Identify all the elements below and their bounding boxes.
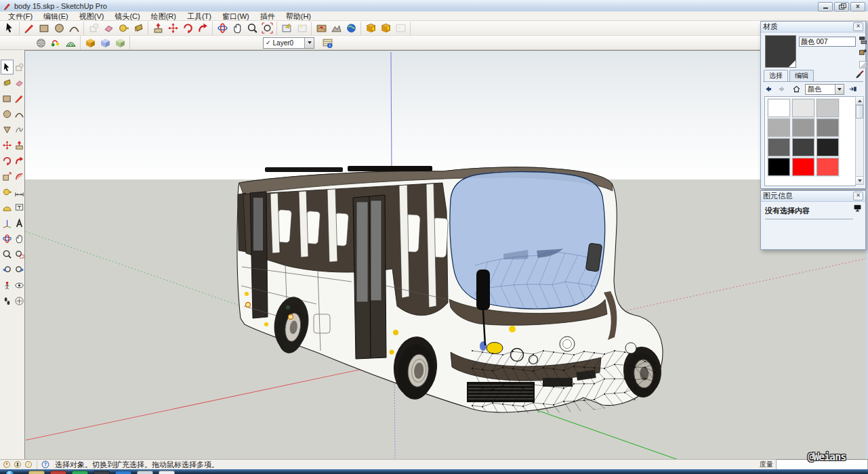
select-button[interactable] [2, 21, 17, 36]
axes-tool-button[interactable] [1, 215, 14, 230]
walk-tool-button[interactable] [1, 293, 14, 308]
previous-view-button[interactable] [279, 21, 294, 36]
scroll-up-button[interactable] [856, 97, 863, 105]
home-button[interactable] [792, 85, 801, 95]
follow-me-button[interactable] [195, 21, 210, 36]
zoom-tool-button[interactable] [1, 246, 14, 261]
eraser-button[interactable] [101, 21, 116, 36]
taskbar-app-1[interactable] [50, 471, 66, 474]
materials-panel-titlebar[interactable]: 材质 ✕ [761, 22, 865, 33]
start-button[interactable] [5, 470, 14, 474]
orbit-button[interactable] [215, 21, 230, 36]
add-location-button[interactable] [314, 21, 329, 36]
rotate-button[interactable] [180, 21, 195, 36]
restore-button[interactable] [834, 2, 849, 12]
material-name-input[interactable] [799, 37, 856, 47]
help-icon[interactable]: ? [37, 460, 49, 469]
color-swatch-3[interactable] [768, 118, 790, 137]
orbit-tool-button[interactable] [1, 231, 14, 246]
menu-item-edit[interactable]: 编辑(E) [38, 12, 74, 21]
titlebar[interactable]: body 15.skp - SketchUp Pro × [0, 0, 868, 12]
scroll-down-button[interactable] [856, 176, 863, 184]
move-tool-button[interactable] [1, 137, 14, 152]
taskbar-app-5[interactable] [137, 471, 153, 474]
taskbar-app-0[interactable] [28, 471, 45, 474]
taskbar-app-3[interactable] [94, 471, 110, 474]
color-swatch-1[interactable] [792, 99, 814, 117]
circle-tool-button[interactable] [1, 106, 14, 121]
rectangle-button[interactable] [37, 21, 51, 36]
scroll-thumb[interactable] [856, 105, 863, 118]
menu-item-view[interactable]: 视图(V) [74, 12, 110, 21]
windows-taskbar[interactable] [0, 469, 868, 474]
sandbox-smoove-button[interactable] [48, 35, 63, 50]
menu-item-tools[interactable]: 工具(T) [182, 12, 217, 21]
color-swatch-9[interactable] [768, 158, 790, 176]
color-swatch-5[interactable] [817, 118, 839, 137]
close-button[interactable]: × [850, 2, 865, 12]
back-button[interactable] [764, 85, 772, 95]
menu-item-camera[interactable]: 镜头(C) [109, 12, 145, 21]
tape-measure-button[interactable] [116, 21, 131, 36]
taskbar-app-6[interactable] [159, 471, 175, 474]
layer-dropdown[interactable]: ✓ Layer0 [263, 37, 314, 49]
layer-dropdown-arrow[interactable] [304, 38, 314, 48]
minimize-button[interactable] [818, 2, 833, 12]
make-component-button[interactable] [86, 21, 101, 36]
toggle-details-icon[interactable] [853, 204, 862, 214]
geo-location-button[interactable] [3, 460, 11, 469]
scale-tool-button[interactable] [1, 169, 14, 184]
taskbar-app-2[interactable] [72, 471, 88, 474]
paint-bucket-button[interactable] [131, 21, 146, 36]
claim-credit-button[interactable] [14, 460, 22, 469]
materials-close-button[interactable]: ✕ [853, 22, 863, 31]
rotate-tool-button[interactable] [1, 153, 14, 168]
tab-select[interactable]: 选择 [764, 70, 788, 82]
line-button[interactable] [22, 21, 37, 36]
select-tool-button[interactable] [1, 60, 14, 74]
pan-button[interactable] [230, 21, 245, 36]
push-pull-button[interactable] [150, 21, 165, 36]
display-secondary-pane-button[interactable] [858, 35, 867, 45]
google-earth-button[interactable] [344, 21, 358, 36]
entity-close-button[interactable]: ✕ [853, 192, 863, 200]
tape-measure-tool-button[interactable] [1, 184, 14, 199]
menu-item-window[interactable]: 窗口(W) [217, 12, 255, 21]
polygon-tool-button[interactable] [1, 122, 14, 137]
color-swatch-4[interactable] [792, 118, 814, 137]
rectangle-tool-button[interactable] [1, 91, 14, 106]
protractor-tool-button[interactable] [1, 200, 14, 215]
collection-dropdown[interactable]: 颜色 [805, 84, 844, 95]
color-swatch-2[interactable] [817, 99, 839, 117]
paint-bucket-tool-button[interactable] [1, 75, 14, 90]
share-model-button[interactable] [378, 21, 393, 36]
in-model-icon[interactable] [848, 85, 857, 95]
menu-item-file[interactable]: 文件(F) [3, 12, 38, 21]
menu-item-help[interactable]: 帮助(H) [281, 12, 316, 21]
zoom-extents-button[interactable] [260, 21, 274, 36]
color-swatch-10[interactable] [792, 158, 814, 176]
toggle-terrain-button[interactable] [329, 21, 344, 36]
move-button[interactable] [165, 21, 180, 36]
collection-dropdown-arrow[interactable] [835, 85, 844, 94]
face-style-shaded-button[interactable] [83, 35, 98, 50]
color-swatch-11[interactable] [817, 158, 839, 176]
soap-skin-button[interactable] [63, 35, 78, 50]
viewport[interactable] [24, 50, 866, 459]
color-swatch-8[interactable] [817, 138, 839, 156]
sample-swatch-button[interactable] [858, 60, 867, 69]
get-models-button[interactable] [363, 21, 378, 36]
circle-button[interactable] [51, 21, 66, 36]
create-material-button[interactable] [858, 47, 867, 57]
color-swatch-0[interactable] [768, 99, 790, 117]
arc-button[interactable] [66, 21, 81, 36]
sandbox-contours-button[interactable] [33, 35, 48, 50]
color-swatch-7[interactable] [792, 138, 814, 156]
face-style-textured-button[interactable] [112, 35, 127, 50]
face-style-xray-button[interactable] [98, 35, 112, 50]
tab-edit[interactable]: 编辑 [789, 70, 814, 81]
swatch-scrollbar[interactable] [855, 96, 864, 185]
sample-paint-icon[interactable] [854, 69, 865, 81]
zoom-button[interactable] [245, 21, 260, 36]
menu-item-plugins[interactable]: 插件 [255, 12, 281, 21]
